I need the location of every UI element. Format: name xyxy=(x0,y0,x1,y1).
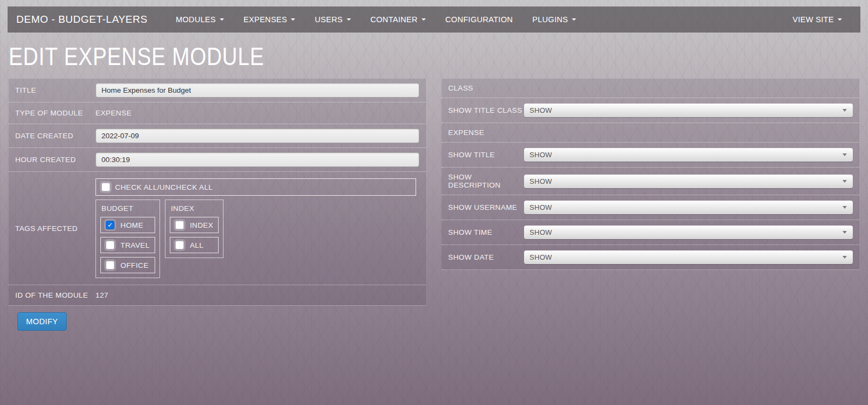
page-title: EDIT EXPENSE MODULE xyxy=(9,41,706,71)
caret-down-icon xyxy=(347,18,351,21)
title-label: TITLE xyxy=(15,86,95,94)
nav-item-users[interactable]: USERS xyxy=(305,7,360,33)
check-all-label: CHECK ALL/UNCHECK ALL xyxy=(115,183,213,191)
nav-menu: MODULES EXPENSES USERS CONTAINER CONFIGU… xyxy=(166,7,852,33)
select-arrow-icon xyxy=(843,256,847,259)
expense-section-header: EXPENSE xyxy=(442,123,859,143)
show-title-class-label: SHOW TITLE CLASS xyxy=(448,106,524,114)
tag-option-office[interactable]: ✓ OFFICE xyxy=(100,257,155,273)
select-value: SHOW xyxy=(529,228,552,236)
tags-affected-label: TAGS AFFECTED xyxy=(15,224,95,233)
office-checkbox[interactable]: ✓ xyxy=(106,261,114,269)
caret-down-icon xyxy=(291,18,295,21)
show-username-row: SHOW USERNAME SHOW xyxy=(442,195,859,220)
show-title-label: SHOW TITLE xyxy=(448,151,524,159)
select-arrow-icon xyxy=(843,153,847,156)
content-columns: TITLE TYPE OF MODULE EXPENSE DATE CREATE… xyxy=(9,79,859,331)
caret-down-icon xyxy=(220,18,224,21)
type-of-module-value: EXPENSE xyxy=(95,109,132,117)
show-time-select[interactable]: SHOW xyxy=(524,226,853,239)
date-created-label: DATE CREATED xyxy=(15,132,95,140)
show-title-row: SHOW TITLE SHOW xyxy=(442,143,859,168)
title-row: TITLE xyxy=(9,79,426,102)
hour-created-input[interactable] xyxy=(95,152,419,167)
show-description-row: SHOW DESCRIPTION SHOW xyxy=(442,168,859,195)
select-value: SHOW xyxy=(529,151,552,159)
travel-checkbox[interactable]: ✓ xyxy=(106,241,114,249)
show-username-label: SHOW USERNAME xyxy=(448,203,524,211)
nav-item-label: MODULES xyxy=(176,15,216,24)
tag-option-label: OFFICE xyxy=(120,261,149,269)
show-description-select[interactable]: SHOW xyxy=(524,175,853,188)
nav-item-label: EXPENSES xyxy=(244,15,288,24)
nav-item-label: USERS xyxy=(315,15,342,24)
show-time-label: SHOW TIME xyxy=(448,228,524,236)
section-header-label: CLASS xyxy=(448,84,524,92)
class-section-header: CLASS xyxy=(442,79,859,98)
nav-item-label: CONTAINER xyxy=(371,15,418,24)
tag-option-label: ALL xyxy=(190,241,203,249)
tag-option-all[interactable]: ✓ ALL xyxy=(170,237,219,253)
nav-item-label: VIEW SITE xyxy=(793,15,834,24)
nav-item-view-site[interactable]: VIEW SITE xyxy=(783,7,852,33)
show-date-select[interactable]: SHOW xyxy=(524,250,853,264)
hour-created-label: HOUR CREATED xyxy=(15,156,95,164)
select-arrow-icon xyxy=(843,180,847,183)
nav-item-configuration[interactable]: CONFIGURATION xyxy=(436,7,522,33)
module-id-row: ID OF THE MODULE 127 xyxy=(9,285,426,306)
tags-affected-row: TAGS AFFECTED ✓ CHECK ALL/UNCHECK ALL BU… xyxy=(9,172,426,285)
show-description-label: SHOW DESCRIPTION xyxy=(448,173,524,189)
check-all-option[interactable]: ✓ CHECK ALL/UNCHECK ALL xyxy=(95,178,416,196)
nav-item-container[interactable]: CONTAINER xyxy=(361,7,436,33)
tag-option-home[interactable]: ✓ HOME xyxy=(100,217,155,233)
brand-title[interactable]: DEMO - BUDGET-LAYERS xyxy=(16,14,148,25)
module-id-label: ID OF THE MODULE xyxy=(15,291,95,299)
hour-created-row: HOUR CREATED xyxy=(9,148,426,172)
tag-group-title: BUDGET xyxy=(101,204,155,213)
select-value: SHOW xyxy=(529,203,552,211)
tag-option-label: HOME xyxy=(120,221,143,229)
date-created-row: DATE CREATED xyxy=(9,124,426,148)
edit-module-form: TITLE TYPE OF MODULE EXPENSE DATE CREATE… xyxy=(9,79,426,331)
caret-down-icon xyxy=(838,18,842,21)
show-time-row: SHOW TIME SHOW xyxy=(442,220,859,245)
show-title-select[interactable]: SHOW xyxy=(524,148,853,162)
show-username-select[interactable]: SHOW xyxy=(524,201,853,214)
caret-down-icon xyxy=(572,18,576,21)
select-arrow-icon xyxy=(843,109,847,112)
modify-button[interactable]: MODIFY xyxy=(17,312,67,331)
select-arrow-icon xyxy=(843,231,847,234)
nav-item-label: PLUGINS xyxy=(532,15,568,24)
tag-option-index[interactable]: ✓ INDEX xyxy=(170,217,219,233)
section-header-label: EXPENSE xyxy=(448,128,524,137)
show-date-row: SHOW DATE SHOW xyxy=(442,245,859,270)
select-value: SHOW xyxy=(529,106,552,114)
nav-item-modules[interactable]: MODULES xyxy=(166,7,234,33)
show-title-class-select[interactable]: SHOW xyxy=(524,104,853,117)
index-checkbox[interactable]: ✓ xyxy=(175,221,184,229)
type-of-module-label: TYPE OF MODULE xyxy=(15,109,95,117)
select-arrow-icon xyxy=(843,206,847,209)
tag-option-label: TRAVEL xyxy=(120,241,150,249)
title-input[interactable] xyxy=(95,83,419,98)
date-created-input[interactable] xyxy=(95,128,419,143)
tag-group-title: INDEX xyxy=(171,204,219,213)
caret-down-icon xyxy=(422,18,426,21)
all-checkbox[interactable]: ✓ xyxy=(175,241,184,249)
display-options-form: CLASS SHOW TITLE CLASS SHOW EXPENSE SHOW… xyxy=(442,79,859,270)
show-date-label: SHOW DATE xyxy=(448,253,524,261)
tag-group-index: INDEX ✓ INDEX ✓ ALL xyxy=(165,200,224,258)
navbar: DEMO - BUDGET-LAYERS MODULES EXPENSES US… xyxy=(8,7,860,33)
show-title-class-row: SHOW TITLE CLASS SHOW xyxy=(442,98,859,123)
select-value: SHOW xyxy=(529,177,552,185)
tag-groups: BUDGET ✓ HOME ✓ TRAVEL ✓ OFFI xyxy=(95,200,419,278)
select-value: SHOW xyxy=(529,253,552,261)
nav-item-expenses[interactable]: EXPENSES xyxy=(234,7,305,33)
home-checkbox[interactable]: ✓ xyxy=(106,221,114,229)
nav-item-label: CONFIGURATION xyxy=(445,15,513,24)
tag-option-label: INDEX xyxy=(190,221,213,229)
nav-item-plugins[interactable]: PLUGINS xyxy=(522,7,586,33)
tag-option-travel[interactable]: ✓ TRAVEL xyxy=(100,237,155,253)
tag-group-budget: BUDGET ✓ HOME ✓ TRAVEL ✓ OFFI xyxy=(95,200,160,278)
check-all-checkbox[interactable]: ✓ xyxy=(101,183,110,191)
